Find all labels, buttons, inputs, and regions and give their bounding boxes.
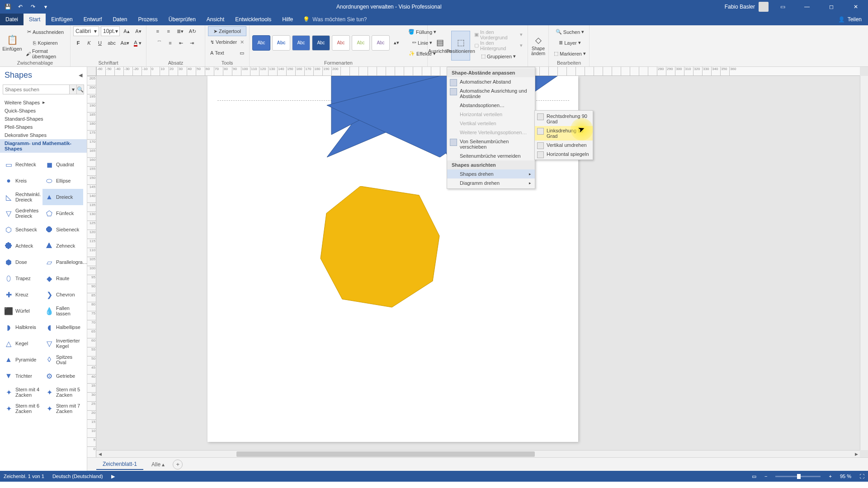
dd-space-options[interactable]: Abstandsoptionen… [447, 101, 535, 110]
scroll-right-icon[interactable]: ▶ [853, 450, 860, 458]
send-back-button[interactable]: ▢In den Hintergrund▾ [472, 41, 525, 51]
fit-page-icon[interactable]: ⛶ [859, 474, 864, 479]
layer-button[interactable]: ≣Layer▾ [552, 38, 588, 48]
sm-flipv[interactable]: Vertikal umdrehen [535, 141, 593, 150]
style-swatch-6[interactable]: Abc [372, 35, 390, 51]
shape-item[interactable]: ❯Chevron [42, 286, 83, 303]
maximize-icon[interactable]: ◻ [821, 0, 842, 14]
shape-item[interactable]: ▽Invertierter Kegel [42, 335, 83, 352]
shape-item[interactable]: ◺Rechtwinkl. Dreieck [2, 189, 42, 205]
sm-left90[interactable]: Linksdrehung 90 Grad [535, 126, 593, 141]
bring-front-button[interactable]: ▣In den Vordergrund▾ [472, 30, 525, 40]
text-tool-button[interactable]: AText▭ [208, 48, 246, 58]
align-center-button[interactable]: ≡ [164, 26, 174, 36]
shape-item[interactable]: ◊Spitzes Oval [42, 352, 83, 368]
align-button[interactable]: ▤Ausrichten [430, 31, 449, 61]
pointer-tool-button[interactable]: ➤Zeigertool [208, 26, 246, 36]
change-shape-button[interactable]: ◇Shape ändern [531, 31, 546, 61]
shape-octagon[interactable] [320, 186, 442, 308]
dd-auto-align[interactable]: Automatische Ausrichtung und Abstände [447, 86, 535, 101]
shape-item[interactable]: ⯃Siebeneck [42, 221, 83, 238]
zoom-value[interactable]: 95 % [840, 474, 851, 479]
shape-item[interactable]: ✦Stern mit 5 Zacken [42, 384, 83, 400]
position-button[interactable]: ⬚Positionieren [451, 31, 470, 61]
select-button[interactable]: ⬚Markieren▾ [552, 49, 588, 59]
collapse-icon[interactable]: ◀ [79, 72, 82, 78]
tab-view[interactable]: Ansicht [201, 14, 230, 25]
shape-item[interactable]: ▭Rechteck [2, 156, 42, 173]
shape-item[interactable]: ⬠Fünfeck [42, 205, 83, 221]
scroll-thumb-h[interactable] [236, 451, 535, 457]
zoom-out-icon[interactable]: − [764, 474, 767, 479]
indent-inc-button[interactable]: ⇥ [187, 38, 197, 48]
zoom-in-icon[interactable]: + [829, 474, 831, 479]
ribbon-display-icon[interactable]: ▭ [772, 0, 793, 14]
style-swatch-4[interactable]: Abc [332, 35, 350, 51]
align-top-button[interactable]: ⎴ [155, 38, 165, 48]
stencil-arrow[interactable]: Pfeil-Shapes [0, 123, 87, 131]
stencil-decorative[interactable]: Dekorative Shapes [0, 131, 87, 139]
shape-item[interactable]: 💧Fallen lassen [42, 303, 83, 319]
shape-item[interactable]: ⯅Zehneck [42, 238, 83, 254]
zoom-thumb[interactable] [797, 474, 801, 479]
shape-item[interactable]: ▲Pyramide [2, 352, 42, 368]
shape-item[interactable]: ◆Raute [42, 270, 83, 286]
tab-review[interactable]: Überprüfen [163, 14, 201, 25]
style-swatch-3[interactable]: Abc [312, 35, 330, 51]
grow-font-button[interactable]: A▴ [122, 26, 132, 36]
bold-button[interactable]: F [73, 38, 83, 48]
dd-move-breaks[interactable]: Von Seitenumbrüchen verschieben [447, 137, 535, 151]
sheet-tab-1[interactable]: Zeichenblatt-1 [96, 459, 143, 470]
presentation-icon[interactable]: ▭ [752, 474, 756, 479]
find-button[interactable]: 🔍Suchen▾ [552, 27, 588, 37]
horizontal-scrollbar[interactable]: ◀ ▶ [96, 450, 860, 457]
bullets-button[interactable]: ≣▾ [175, 26, 186, 36]
shape-item[interactable]: ▼Trichter [2, 368, 42, 384]
indent-dec-button[interactable]: ⇤ [176, 38, 186, 48]
shape-item[interactable]: ⬛Würfel [2, 303, 42, 319]
tab-process[interactable]: Prozess [132, 14, 163, 25]
shape-item[interactable]: ▽Gedrehtes Dreieck [2, 205, 42, 221]
status-lang[interactable]: Deutsch (Deutschland) [52, 474, 103, 479]
search-icon[interactable]: 🔍 [77, 84, 84, 94]
shape-item[interactable]: ✦Stern mit 4 Zacken [2, 384, 42, 400]
shapes-search-input[interactable] [3, 84, 70, 94]
shape-item[interactable]: ▲Dreieck [42, 189, 83, 205]
style-swatch-5[interactable]: Abc [352, 35, 370, 51]
stencil-more[interactable]: Weitere Shapes▸ [0, 98, 87, 107]
redo-icon[interactable]: ↷ [28, 2, 38, 12]
paste-button[interactable]: 📋 Einfügen [3, 28, 22, 58]
shape-item[interactable]: ⬡Sechseck [2, 221, 42, 238]
add-sheet-button[interactable]: + [173, 460, 183, 469]
shape-item[interactable]: ⬭Ellipse [42, 173, 83, 189]
sheet-all[interactable]: Alle ▴ [147, 460, 169, 469]
search-dropdown-icon[interactable]: ▾ [70, 84, 77, 94]
copy-button[interactable]: ⎘Kopieren [24, 38, 67, 48]
avatar[interactable] [759, 2, 769, 12]
align-left-button[interactable]: ≡ [153, 26, 163, 36]
shape-item[interactable]: ⬯Trapez [2, 270, 42, 286]
tab-file[interactable]: Datei [0, 14, 24, 25]
vertical-scrollbar[interactable] [860, 76, 868, 450]
sm-fliph[interactable]: Horizontal spiegeln [535, 150, 593, 159]
tab-data[interactable]: Daten [107, 14, 132, 25]
shape-item[interactable]: ●Kreis [2, 173, 42, 189]
connector-tool-button[interactable]: ↯Verbinder✕ [208, 37, 246, 47]
scroll-left-icon[interactable]: ◀ [96, 450, 104, 458]
stencil-standard[interactable]: Standard-Shapes [0, 115, 87, 123]
dd-rotate-shapes[interactable]: Shapes drehen▸ [447, 169, 535, 178]
rotate-text-button[interactable]: A↻ [187, 26, 198, 36]
strike-button[interactable]: abc [106, 38, 118, 48]
case-button[interactable]: Aa▾ [118, 38, 131, 48]
font-name-combo[interactable]: Calibri▾ [73, 26, 99, 36]
shape-item[interactable]: ▱Parallelogra… [42, 254, 83, 270]
style-swatch-1[interactable]: Abc [272, 35, 290, 51]
dd-rotate-diagram[interactable]: Diagramm drehen▸ [447, 178, 535, 188]
zoom-slider[interactable] [775, 476, 821, 477]
tab-design[interactable]: Entwurf [78, 14, 108, 25]
shape-item[interactable]: ◼Quadrat [42, 156, 83, 173]
tab-help[interactable]: Hilfe [277, 14, 298, 25]
align-mid-button[interactable]: ≡ [165, 38, 175, 48]
shape-item[interactable]: ✦Stern mit 7 Zacken [42, 400, 83, 417]
font-color-button[interactable]: A▾ [132, 38, 143, 48]
